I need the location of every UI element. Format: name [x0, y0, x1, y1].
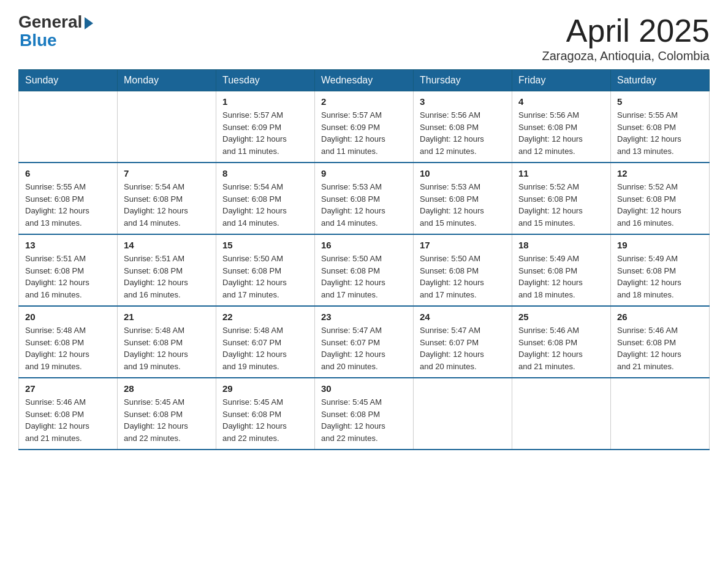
- day-info: Sunrise: 5:50 AM Sunset: 6:08 PM Dayligh…: [321, 253, 407, 301]
- day-info: Sunrise: 5:53 AM Sunset: 6:08 PM Dayligh…: [321, 181, 407, 229]
- calendar-week-3: 13Sunrise: 5:51 AM Sunset: 6:08 PM Dayli…: [19, 234, 710, 306]
- day-number: 1: [222, 96, 308, 107]
- logo-blue-text: Blue: [18, 31, 57, 50]
- day-number: 6: [25, 168, 111, 178]
- column-header-wednesday: Wednesday: [315, 70, 414, 91]
- day-info: Sunrise: 5:47 AM Sunset: 6:07 PM Dayligh…: [321, 324, 407, 372]
- calendar-cell: [512, 378, 611, 450]
- day-info: Sunrise: 5:49 AM Sunset: 6:08 PM Dayligh…: [617, 253, 703, 301]
- day-number: 30: [321, 383, 407, 394]
- calendar-cell: [118, 91, 216, 163]
- calendar-cell: 22Sunrise: 5:48 AM Sunset: 6:07 PM Dayli…: [216, 306, 315, 378]
- day-info: Sunrise: 5:52 AM Sunset: 6:08 PM Dayligh…: [617, 181, 703, 229]
- day-info: Sunrise: 5:48 AM Sunset: 6:07 PM Dayligh…: [222, 324, 308, 372]
- calendar-cell: 19Sunrise: 5:49 AM Sunset: 6:08 PM Dayli…: [611, 234, 710, 306]
- calendar-week-5: 27Sunrise: 5:46 AM Sunset: 6:08 PM Dayli…: [19, 378, 710, 450]
- day-number: 17: [420, 240, 506, 250]
- day-info: Sunrise: 5:50 AM Sunset: 6:08 PM Dayligh…: [222, 253, 308, 301]
- calendar-cell: 15Sunrise: 5:50 AM Sunset: 6:08 PM Dayli…: [216, 234, 315, 306]
- day-info: Sunrise: 5:45 AM Sunset: 6:08 PM Dayligh…: [321, 396, 407, 444]
- calendar-cell: 11Sunrise: 5:52 AM Sunset: 6:08 PM Dayli…: [512, 163, 611, 234]
- column-header-friday: Friday: [512, 70, 611, 91]
- day-info: Sunrise: 5:47 AM Sunset: 6:07 PM Dayligh…: [420, 324, 506, 372]
- calendar-cell: 2Sunrise: 5:57 AM Sunset: 6:09 PM Daylig…: [315, 91, 414, 163]
- column-header-sunday: Sunday: [19, 70, 118, 91]
- title-block: April 2025 Zaragoza, Antioquia, Colombia: [542, 12, 710, 63]
- logo-general-text: General: [18, 12, 82, 32]
- day-number: 13: [25, 240, 111, 250]
- calendar-cell: 16Sunrise: 5:50 AM Sunset: 6:08 PM Dayli…: [315, 234, 414, 306]
- page-header: General Blue April 2025 Zaragoza, Antioq…: [18, 12, 710, 63]
- calendar-cell: 10Sunrise: 5:53 AM Sunset: 6:08 PM Dayli…: [414, 163, 512, 234]
- day-info: Sunrise: 5:46 AM Sunset: 6:08 PM Dayligh…: [617, 324, 703, 372]
- calendar-cell: 25Sunrise: 5:46 AM Sunset: 6:08 PM Dayli…: [512, 306, 611, 378]
- day-number: 8: [222, 168, 308, 178]
- day-number: 21: [124, 312, 210, 322]
- calendar-cell: 3Sunrise: 5:56 AM Sunset: 6:08 PM Daylig…: [414, 91, 512, 163]
- day-info: Sunrise: 5:56 AM Sunset: 6:08 PM Dayligh…: [420, 109, 506, 157]
- calendar-cell: 12Sunrise: 5:52 AM Sunset: 6:08 PM Dayli…: [611, 163, 710, 234]
- day-info: Sunrise: 5:56 AM Sunset: 6:08 PM Dayligh…: [518, 109, 604, 157]
- day-info: Sunrise: 5:54 AM Sunset: 6:08 PM Dayligh…: [222, 181, 308, 229]
- day-number: 25: [518, 312, 604, 322]
- day-info: Sunrise: 5:57 AM Sunset: 6:09 PM Dayligh…: [222, 109, 308, 157]
- calendar-cell: 28Sunrise: 5:45 AM Sunset: 6:08 PM Dayli…: [118, 378, 216, 450]
- day-number: 15: [222, 240, 308, 250]
- day-number: 11: [518, 168, 604, 178]
- day-number: 4: [518, 96, 604, 107]
- calendar-table: SundayMondayTuesdayWednesdayThursdayFrid…: [18, 69, 710, 450]
- day-number: 7: [124, 168, 210, 178]
- day-number: 3: [420, 96, 506, 107]
- calendar-cell: [19, 91, 118, 163]
- calendar-cell: 30Sunrise: 5:45 AM Sunset: 6:08 PM Dayli…: [315, 378, 414, 450]
- day-info: Sunrise: 5:52 AM Sunset: 6:08 PM Dayligh…: [518, 181, 604, 229]
- calendar-cell: 23Sunrise: 5:47 AM Sunset: 6:07 PM Dayli…: [315, 306, 414, 378]
- column-header-tuesday: Tuesday: [216, 70, 315, 91]
- column-header-monday: Monday: [118, 70, 216, 91]
- day-info: Sunrise: 5:57 AM Sunset: 6:09 PM Dayligh…: [321, 109, 407, 157]
- day-info: Sunrise: 5:51 AM Sunset: 6:08 PM Dayligh…: [124, 253, 210, 301]
- calendar-cell: 21Sunrise: 5:48 AM Sunset: 6:08 PM Dayli…: [118, 306, 216, 378]
- day-number: 28: [124, 383, 210, 394]
- calendar-cell: 6Sunrise: 5:55 AM Sunset: 6:08 PM Daylig…: [19, 163, 118, 234]
- calendar-cell: 9Sunrise: 5:53 AM Sunset: 6:08 PM Daylig…: [315, 163, 414, 234]
- column-header-saturday: Saturday: [611, 70, 710, 91]
- calendar-header-row: SundayMondayTuesdayWednesdayThursdayFrid…: [19, 70, 710, 91]
- day-info: Sunrise: 5:48 AM Sunset: 6:08 PM Dayligh…: [25, 324, 111, 372]
- day-info: Sunrise: 5:51 AM Sunset: 6:08 PM Dayligh…: [25, 253, 111, 301]
- day-info: Sunrise: 5:55 AM Sunset: 6:08 PM Dayligh…: [617, 109, 703, 157]
- calendar-cell: 13Sunrise: 5:51 AM Sunset: 6:08 PM Dayli…: [19, 234, 118, 306]
- calendar-cell: 27Sunrise: 5:46 AM Sunset: 6:08 PM Dayli…: [19, 378, 118, 450]
- calendar-cell: [611, 378, 710, 450]
- calendar-cell: 18Sunrise: 5:49 AM Sunset: 6:08 PM Dayli…: [512, 234, 611, 306]
- day-info: Sunrise: 5:45 AM Sunset: 6:08 PM Dayligh…: [222, 396, 308, 444]
- location-text: Zaragoza, Antioquia, Colombia: [542, 49, 710, 63]
- calendar-week-1: 1Sunrise: 5:57 AM Sunset: 6:09 PM Daylig…: [19, 91, 710, 163]
- calendar-cell: 7Sunrise: 5:54 AM Sunset: 6:08 PM Daylig…: [118, 163, 216, 234]
- calendar-week-4: 20Sunrise: 5:48 AM Sunset: 6:08 PM Dayli…: [19, 306, 710, 378]
- day-number: 10: [420, 168, 506, 178]
- day-info: Sunrise: 5:45 AM Sunset: 6:08 PM Dayligh…: [124, 396, 210, 444]
- logo-arrow-icon: [85, 17, 93, 29]
- day-number: 12: [617, 168, 703, 178]
- day-number: 2: [321, 96, 407, 107]
- day-number: 27: [25, 383, 111, 394]
- day-info: Sunrise: 5:50 AM Sunset: 6:08 PM Dayligh…: [420, 253, 506, 301]
- month-title: April 2025: [542, 12, 710, 49]
- day-number: 22: [222, 312, 308, 322]
- day-number: 16: [321, 240, 407, 250]
- calendar-cell: 29Sunrise: 5:45 AM Sunset: 6:08 PM Dayli…: [216, 378, 315, 450]
- logo: General Blue: [18, 12, 93, 50]
- calendar-cell: 20Sunrise: 5:48 AM Sunset: 6:08 PM Dayli…: [19, 306, 118, 378]
- day-number: 19: [617, 240, 703, 250]
- day-info: Sunrise: 5:53 AM Sunset: 6:08 PM Dayligh…: [420, 181, 506, 229]
- day-number: 18: [518, 240, 604, 250]
- calendar-week-2: 6Sunrise: 5:55 AM Sunset: 6:08 PM Daylig…: [19, 163, 710, 234]
- calendar-cell: 26Sunrise: 5:46 AM Sunset: 6:08 PM Dayli…: [611, 306, 710, 378]
- day-number: 26: [617, 312, 703, 322]
- day-number: 29: [222, 383, 308, 394]
- day-number: 9: [321, 168, 407, 178]
- calendar-cell: 1Sunrise: 5:57 AM Sunset: 6:09 PM Daylig…: [216, 91, 315, 163]
- day-info: Sunrise: 5:46 AM Sunset: 6:08 PM Dayligh…: [25, 396, 111, 444]
- column-header-thursday: Thursday: [414, 70, 512, 91]
